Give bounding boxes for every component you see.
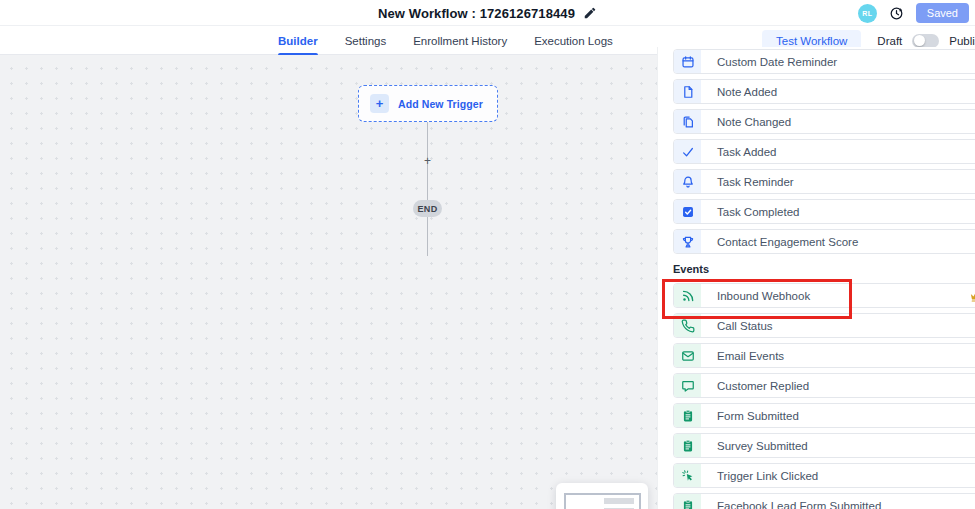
trigger-item-label: Call Status (701, 314, 773, 337)
trigger-item-customer-replied[interactable]: Customer Replied (673, 373, 975, 398)
topbar-right: RL Saved (858, 0, 969, 26)
version-history-clock-icon[interactable] (889, 6, 904, 21)
trigger-item-task-completed[interactable]: Task Completed (673, 199, 975, 224)
end-node: END (413, 200, 442, 217)
trigger-item-label: Task Reminder (701, 170, 794, 193)
toggle-knob (914, 35, 925, 46)
check-icon (674, 140, 701, 163)
trigger-item-email-events[interactable]: Email Events (673, 343, 975, 368)
avatar[interactable]: RL (858, 4, 877, 23)
trigger-sidebar: Custom Date ReminderNote AddedNote Chang… (657, 47, 975, 509)
note-copy-icon (674, 110, 701, 133)
title-wrap: New Workflow : 1726126718449 (0, 0, 975, 26)
tabs-nav: BuilderSettingsEnrollment HistoryExecuti… (278, 26, 613, 55)
trigger-item-label: Note Added (701, 80, 777, 103)
workflow-builder-app: New Workflow : 1726126718449 RL Saved Bu… (0, 0, 975, 509)
trigger-item-label: Email Events (701, 344, 784, 367)
envelope-icon (674, 344, 701, 367)
trophy-icon (674, 230, 701, 253)
trigger-item-custom-date-reminder[interactable]: Custom Date Reminder (673, 49, 975, 74)
trigger-item-task-reminder[interactable]: Task Reminder (673, 169, 975, 194)
trigger-item-survey-submitted[interactable]: Survey Submitted (673, 433, 975, 458)
tab-enrollment-history[interactable]: Enrollment History (413, 26, 507, 55)
trigger-item-label: Note Changed (701, 110, 791, 133)
tab-execution-logs[interactable]: Execution Logs (534, 26, 613, 55)
add-trigger-label: Add New Trigger (398, 98, 483, 110)
trigger-item-label: Inbound Webhook (701, 284, 810, 307)
trigger-item-task-added[interactable]: Task Added (673, 139, 975, 164)
workflow-canvas[interactable]: + Add New Trigger + END (0, 55, 657, 509)
preview-popup (556, 483, 648, 509)
trigger-item-label: Custom Date Reminder (701, 50, 837, 73)
trigger-item-label: Customer Replied (701, 374, 809, 397)
trigger-item-label: Survey Submitted (701, 434, 808, 457)
survey-icon (674, 434, 701, 457)
trigger-item-label: Task Completed (701, 200, 799, 223)
trigger-item-label: Contact Engagement Score (701, 230, 858, 253)
page-title: New Workflow : 1726126718449 (378, 6, 575, 21)
publish-toggle[interactable] (912, 34, 939, 48)
add-new-trigger-button[interactable]: + Add New Trigger (358, 85, 498, 122)
preview-thumbnail (564, 493, 641, 509)
phone-icon (674, 314, 701, 337)
trigger-item-note-added[interactable]: Note Added (673, 79, 975, 104)
trigger-item-note-changed[interactable]: Note Changed (673, 109, 975, 134)
trigger-item-label: Form Submitted (701, 404, 799, 427)
trigger-item-label: Task Added (701, 140, 776, 163)
trigger-item-call-status[interactable]: Call Status (673, 313, 975, 338)
trigger-item-inbound-webhook[interactable]: Inbound Webhook (673, 283, 975, 308)
trigger-item-form-submitted[interactable]: Form Submitted (673, 403, 975, 428)
trigger-item-facebook-lead-form-submitted[interactable]: Facebook Lead Form Submitted (673, 493, 975, 509)
cursor-click-icon (674, 464, 701, 487)
saved-button[interactable]: Saved (916, 3, 969, 23)
bell-icon (674, 170, 701, 193)
form-icon (674, 404, 701, 427)
clipboard-icon (674, 494, 701, 509)
tab-settings[interactable]: Settings (345, 26, 387, 55)
topbar: New Workflow : 1726126718449 RL Saved (0, 0, 975, 26)
events-section-header: Events (673, 261, 975, 276)
plus-icon: + (370, 94, 389, 113)
tab-builder[interactable]: Builder (278, 26, 318, 55)
trigger-item-label: Trigger Link Clicked (701, 464, 818, 487)
checkbox-check-icon (674, 200, 701, 223)
note-icon (674, 80, 701, 103)
connector-plus-icon[interactable]: + (421, 154, 434, 167)
edit-title-pencil-icon[interactable] (583, 6, 597, 20)
chat-bubble-icon (674, 374, 701, 397)
draft-label: Draft (877, 35, 902, 47)
connector-line (427, 122, 428, 256)
skeleton-bar (604, 498, 634, 504)
premium-crown-icon (969, 289, 975, 303)
rss-icon (674, 284, 701, 307)
trigger-item-label: Facebook Lead Form Submitted (701, 494, 881, 509)
publish-label: Publish (949, 35, 975, 47)
calendar-icon (674, 50, 701, 73)
trigger-item-trigger-link-clicked[interactable]: Trigger Link Clicked (673, 463, 975, 488)
trigger-item-contact-engagement-score[interactable]: Contact Engagement Score (673, 229, 975, 254)
